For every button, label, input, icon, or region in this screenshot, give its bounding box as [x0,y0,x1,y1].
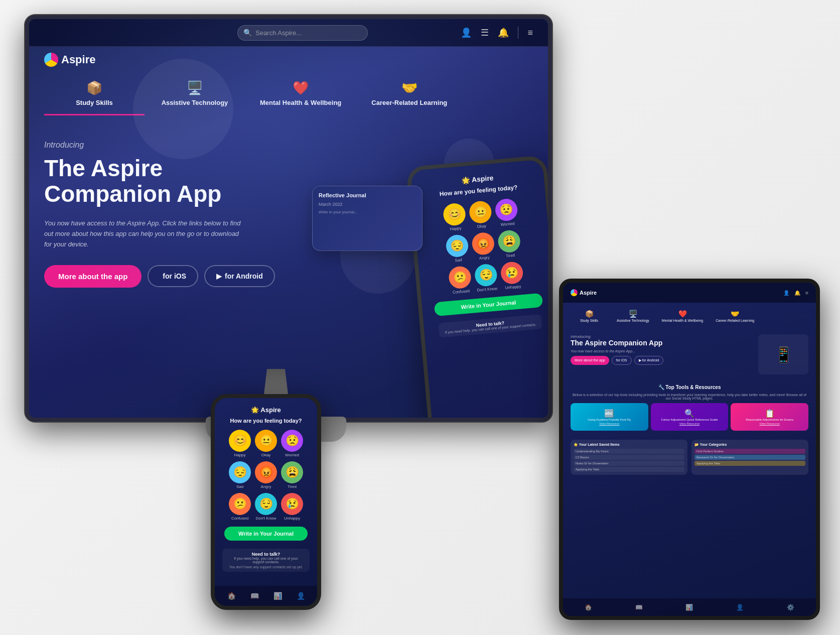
need-talk-in-monitor: Need to talk? If you need help, you can … [438,314,543,338]
cat-tab-study-skills[interactable]: 📦 Study Skills [44,73,145,115]
phone-profile-icon[interactable]: 👤 [297,592,305,600]
phone-ext-question: How are you feeling today? [230,418,302,424]
tool-link-2[interactable]: View Resource [679,422,699,425]
logo[interactable]: Aspire [44,53,95,67]
saved-item-2[interactable]: C2 Basics [574,455,684,460]
tablet-profile-icon[interactable]: 👤 [736,604,744,611]
saved-item-1[interactable]: Understanding My Fears [574,449,684,454]
ext-emoji-9[interactable]: 😢 Unhappy [281,493,303,521]
mental-health-label: Mental Health & Wellbeing [260,99,341,106]
reflective-journal-card: Reflective Journal March 2022 Write in y… [312,186,423,251]
assistive-tech-icon: 🖥️ [187,80,203,96]
logo-bar: Aspire [29,47,548,73]
nav-bar: 🔍 👤 ☰ 🔔 ≡ [29,19,548,47]
cat-item-1[interactable]: Find Perfect Studies [694,449,805,454]
phone-ext-journal-button[interactable]: Write in Your Journal [224,527,308,541]
ext-emoji-4[interactable]: 😔 Sad [229,461,251,489]
tablet-categories-box: 📂 Your Categories Find Perfect Studies R… [691,440,808,475]
tablet-bottom-bar: 🏠 📖 📊 👤 ⚙️ [563,598,816,616]
ext-emoji-8[interactable]: 😌 Don't Know [255,493,277,521]
hero-section: Introducing The AspireCompanion App You … [29,120,548,402]
phone-logo-in-monitor: 🌟 Aspire [461,174,494,185]
reflective-journal-content: Write in your journal... [319,210,416,214]
bell-icon[interactable]: 🔔 [498,27,509,38]
okay-circle: 😐 [469,200,493,224]
tablet-assistive-label: Assistive Technology [617,319,649,322]
cat-tab-career[interactable]: 🤝 Career-Related Learning [356,73,462,115]
phone-chart-icon[interactable]: 📊 [273,592,282,600]
phone-ext-bottom-bar: 🏠 📖 📊 👤 [215,586,317,606]
menu-icon[interactable]: ≡ [527,28,533,38]
tablet-cat-assistive[interactable]: 🖥️ Assistive Technology [612,307,654,325]
ext-emoji-5[interactable]: 😡 Angry [255,461,277,489]
tablet-chart-icon[interactable]: 📊 [685,604,693,611]
tablet-menu-icon[interactable]: ≡ [805,290,808,296]
cat-tab-assistive-tech[interactable]: 🖥️ Assistive Technology [145,73,245,115]
tool-card-2[interactable]: 🔍 Colour Adjustment Quick Reference Guid… [651,403,729,431]
tablet-cat-mental[interactable]: ❤️ Mental Health & Wellbeing [657,307,708,325]
saved-item-4[interactable]: Applying the Tabs [574,467,684,472]
phone-journal-icon[interactable]: 📖 [250,592,259,600]
tablet-android-button[interactable]: ▶ for Android [634,356,664,365]
tablet-hero: Introducing The Aspire Companion App You… [563,329,816,379]
tablet-study-label: Study Skills [580,319,598,322]
hero-text: Introducing The AspireCompanion App You … [44,141,285,288]
unhappy-circle: 😢 [500,261,524,285]
main-scene: 🔍 👤 ☰ 🔔 ≡ Aspire [0,0,840,635]
ext-emoji-1[interactable]: 😊 Happy [229,430,251,457]
emoji-okay[interactable]: 😐 Okay [469,200,493,230]
tablet-journal-icon[interactable]: 📖 [635,604,643,611]
tablet-external: Aspire 👤 🔔 ≡ 📦 Study Skills 🖥️ Assistive… [559,279,820,620]
ext-sad-circle: 😔 [229,461,251,483]
ext-emoji-3[interactable]: 😟 Worried [281,430,303,457]
assistive-tech-label: Assistive Technology [162,99,228,106]
cat-item-2[interactable]: Research Dr for Dissertation [694,455,805,460]
tool-link-1[interactable]: View Resource [599,422,619,425]
tool-label-1: Using Dyslexia Friendly Font Fly [588,418,631,421]
tablet-ios-button[interactable]: for iOS [612,356,632,365]
android-icon: ▶ [216,272,222,280]
tablet-more-button[interactable]: More about the app [571,356,609,365]
tablet-user-icon[interactable]: 👤 [783,290,789,296]
android-button[interactable]: ▶ for Android [204,265,275,287]
ios-button[interactable]: for iOS [148,265,198,287]
cat-item-3[interactable]: Applying the Tabs [694,461,805,466]
tablet-bell-icon[interactable]: 🔔 [794,290,800,296]
tablet-cat-career[interactable]: 🤝 Career-Related Learning [711,307,759,325]
phone-home-icon[interactable]: 🏠 [227,592,236,600]
more-about-button[interactable]: More about the app [44,265,142,288]
tablet-career-label: Career-Related Learning [716,319,754,322]
emoji-sad[interactable]: 😔 Sad [445,234,470,264]
emoji-unhappy[interactable]: 😢 Unhappy [500,261,524,291]
search-wrap[interactable]: 🔍 [237,25,368,41]
phone-ext-screen: 🌟 Aspire How are you feeling today? 😊 Ha… [215,398,317,606]
tool-card-1[interactable]: 🔤 Using Dyslexia Friendly Font Fly View … [571,403,648,431]
tablet-home-icon[interactable]: 🏠 [585,604,592,611]
tablet-categories-title: 📂 Your Categories [694,443,805,447]
emoji-calm[interactable]: 😌 Don't Know [474,263,499,293]
emoji-worried[interactable]: 😟 Worried [494,198,519,227]
ext-emoji-7[interactable]: 😕 Confused [229,493,251,521]
journal-button-in-monitor[interactable]: Write in Your Journal [434,293,543,317]
phone-ext-no-contacts: You don't have any support contacts set … [228,565,304,569]
cat-tab-mental-health[interactable]: ❤️ Mental Health & Wellbeing [245,73,356,115]
emoji-confused[interactable]: 😕 Confused [448,266,473,295]
emoji-angry[interactable]: 😡 Angry [471,232,496,262]
tablet-hero-desc: You now have access to the Aspire App... [571,349,753,353]
list-icon[interactable]: ☰ [481,27,489,38]
tool-card-3[interactable]: 📋 Reasonable Adjustments for Exams View … [731,403,808,431]
tablet-cat-study[interactable]: 📦 Study Skills [569,307,609,325]
emoji-tired[interactable]: 😩 Tired [497,229,522,259]
saved-item-3[interactable]: Notes Dr for Dissertation [574,461,684,466]
tool-icon-1: 🔤 [604,409,614,418]
nav-icons: 👤 ☰ 🔔 ≡ [461,27,533,39]
tablet-settings-icon[interactable]: ⚙️ [787,604,794,611]
ext-emoji-2[interactable]: 😐 Okay [255,430,277,457]
tool-link-3[interactable]: View Resource [760,422,780,425]
user-icon[interactable]: 👤 [461,27,472,38]
search-input[interactable] [237,25,368,41]
phone-ext-need-talk: Need to talk? If you need help, you can … [222,549,310,572]
ext-emoji-6[interactable]: 😩 Tired [281,461,303,489]
emoji-happy[interactable]: 😊 Happy [443,202,467,232]
tablet-tools-section: 🔧 Top Tools & Resources Below is a selec… [563,379,816,436]
